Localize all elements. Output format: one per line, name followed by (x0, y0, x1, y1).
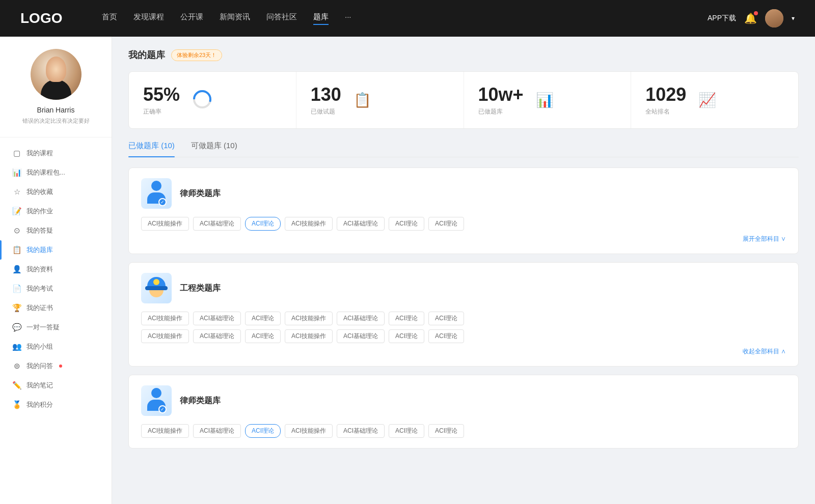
page-title: 我的题库 (128, 49, 165, 61)
stat-rank-icon: 📈 (698, 92, 716, 108)
tag-law2-theory-active[interactable]: ACI理论 (245, 424, 281, 438)
stat-rank-label: 全站排名 (645, 107, 686, 116)
nav-more[interactable]: ··· (345, 12, 351, 25)
my-points-icon: 🏅 (12, 400, 21, 409)
my-exam-icon: 📄 (12, 284, 21, 293)
my-group-icon: 👥 (12, 342, 21, 351)
my-favorites-icon: ☆ (12, 187, 21, 197)
tag-aci-skill-2[interactable]: ACI技能操作 (285, 217, 333, 231)
lawyer2-checkmark-badge: ✓ (158, 405, 167, 413)
tag-law2-theory-2[interactable]: ACI理论 (389, 424, 424, 438)
tag-eng-theory-1[interactable]: ACI理论 (245, 312, 281, 325)
tag-eng-skill-2[interactable]: ACI技能操作 (285, 312, 333, 325)
sidebar-item-my-packages[interactable]: 📊 我的课程包... (0, 163, 112, 182)
sidebar-item-my-cert[interactable]: 🏆 我的证书 (0, 298, 112, 318)
nav-discover[interactable]: 发现课程 (133, 12, 164, 25)
tag-eng2-theory-1[interactable]: ACI理论 (245, 329, 281, 343)
app-download-btn[interactable]: APP下载 (708, 14, 736, 23)
sidebar-item-my-notes[interactable]: ✏️ 我的笔记 (0, 376, 112, 395)
stat-done-questions-text: 130 已做试题 (311, 84, 341, 116)
my-exam-label: 我的考试 (26, 284, 53, 293)
sidebar-item-one-on-one[interactable]: 💬 一对一答疑 (0, 318, 112, 337)
tag-law2-theory-3[interactable]: ACI理论 (428, 424, 464, 438)
stat-accuracy-icon (192, 89, 212, 111)
tag-aci-theory-1-active[interactable]: ACI理论 (245, 217, 281, 231)
nav-qa[interactable]: 问答社区 (266, 12, 297, 25)
tab-done[interactable]: 已做题库 (10) (128, 141, 175, 157)
stat-done-questions: 130 已做试题 📋 (296, 72, 464, 128)
sidebar-item-my-courses[interactable]: ▢ 我的课程 (0, 144, 112, 163)
sidebar-item-my-exam[interactable]: 📄 我的考试 (0, 279, 112, 298)
notification-bell[interactable]: 🔔 (744, 12, 757, 24)
bank-card-engineer-header: 工程类题库 (141, 273, 786, 303)
my-homework-icon: 📝 (12, 207, 21, 216)
my-profile-icon: 👤 (12, 265, 21, 274)
tag-eng2-theory-2[interactable]: ACI理论 (389, 329, 424, 343)
trial-badge: 体验剩余23天！ (171, 49, 222, 61)
tag-eng-basic-2[interactable]: ACI基础理论 (337, 312, 385, 325)
user-menu-chevron[interactable]: ▾ (792, 15, 795, 22)
tag-eng-skill-1[interactable]: ACI技能操作 (141, 312, 189, 325)
stats-row: 55% 正确率 130 已做试题 📋 (128, 71, 799, 129)
tag-law2-basic-2[interactable]: ACI基础理论 (337, 424, 385, 438)
tag-aci-basic-2[interactable]: ACI基础理论 (337, 217, 385, 231)
stat-done-questions-value: 130 (311, 84, 341, 105)
tag-eng2-skill-1[interactable]: ACI技能操作 (141, 329, 189, 343)
sidebar-item-my-profile[interactable]: 👤 我的资料 (0, 260, 112, 279)
tag-eng2-skill-2[interactable]: ACI技能操作 (285, 329, 333, 343)
nav-home[interactable]: 首页 (102, 12, 117, 25)
nav-open-course[interactable]: 公开课 (180, 12, 203, 25)
bank-card-lawyer-1-expand[interactable]: 展开全部科目 ∨ (141, 235, 786, 243)
tag-aci-skill-1[interactable]: ACI技能操作 (141, 217, 189, 231)
tag-law2-basic-1[interactable]: ACI基础理论 (193, 424, 241, 438)
bank-card-engineer-collapse[interactable]: 收起全部科目 ∧ (141, 347, 786, 356)
my-notes-icon: ✏️ (12, 381, 21, 390)
tag-eng2-basic-1[interactable]: ACI基础理论 (193, 329, 241, 343)
user-avatar[interactable] (765, 9, 783, 27)
stat-accuracy: 55% 正确率 (129, 72, 296, 128)
my-notes-label: 我的笔记 (26, 381, 53, 390)
lawyer-person-icon: ✓ (145, 181, 168, 206)
tab-todo[interactable]: 可做题库 (10) (191, 141, 237, 157)
tag-law2-skill-1[interactable]: ACI技能操作 (141, 424, 189, 438)
tag-aci-theory-3[interactable]: ACI理论 (428, 217, 464, 231)
person-head (151, 181, 161, 191)
sidebar-item-my-qa[interactable]: ⊚ 我的问答 (0, 356, 112, 376)
tag-eng2-basic-2[interactable]: ACI基础理论 (337, 329, 385, 343)
my-homework-label: 我的作业 (26, 207, 53, 216)
tag-eng-theory-2[interactable]: ACI理论 (389, 312, 424, 325)
bank-card-lawyer-1-tags: ACI技能操作 ACI基础理论 ACI理论 ACI技能操作 ACI基础理论 AC… (141, 217, 786, 231)
my-questions-icon: ⊙ (12, 226, 21, 235)
sidebar-item-my-points[interactable]: 🏅 我的积分 (0, 395, 112, 414)
my-courses-label: 我的课程 (26, 149, 53, 158)
sidebar-item-my-questions[interactable]: ⊙ 我的答疑 (0, 221, 112, 240)
tag-eng2-theory-3[interactable]: ACI理论 (428, 329, 464, 343)
main-content: 我的题库 体验剩余23天！ 55% 正确率 (112, 37, 815, 504)
sidebar-profile: Brian Harris 错误的决定比没有决定要好 (0, 49, 112, 137)
my-packages-icon: 📊 (12, 168, 21, 177)
bank-card-lawyer-1: ✓ 律师类题库 ACI技能操作 ACI基础理论 ACI理论 ACI技能操作 AC… (128, 167, 799, 254)
my-qa-icon: ⊚ (12, 361, 21, 371)
my-favorites-label: 我的收藏 (26, 187, 53, 197)
my-group-label: 我的小组 (26, 342, 53, 351)
tag-law2-skill-2[interactable]: ACI技能操作 (285, 424, 333, 438)
tag-aci-basic-1[interactable]: ACI基础理论 (193, 217, 241, 231)
pie-chart-icon (192, 89, 212, 109)
sidebar-user-motto: 错误的决定比没有决定要好 (8, 117, 103, 125)
tag-eng-theory-3[interactable]: ACI理论 (428, 312, 464, 325)
my-bank-label: 我的题库 (26, 245, 53, 255)
sidebar-item-my-favorites[interactable]: ☆ 我的收藏 (0, 182, 112, 202)
sidebar-item-my-homework[interactable]: 📝 我的作业 (0, 202, 112, 221)
tag-eng-basic-1[interactable]: ACI基础理论 (193, 312, 241, 325)
nav-bank[interactable]: 题库 (313, 12, 329, 25)
stat-done-banks-label: 已做题库 (478, 107, 524, 116)
stat-done-banks-value: 10w+ (478, 84, 524, 105)
nav-news[interactable]: 新闻资讯 (220, 12, 250, 25)
tag-aci-theory-2[interactable]: ACI理论 (389, 217, 424, 231)
sidebar-avatar (31, 49, 82, 100)
lawyer2-person-icon: ✓ (145, 388, 168, 413)
bank-card-engineer-icon (141, 273, 172, 303)
sidebar-item-my-group[interactable]: 👥 我的小组 (0, 337, 112, 356)
sidebar-item-my-bank[interactable]: 📋 我的题库 (0, 240, 112, 260)
my-questions-label: 我的答疑 (26, 226, 53, 235)
